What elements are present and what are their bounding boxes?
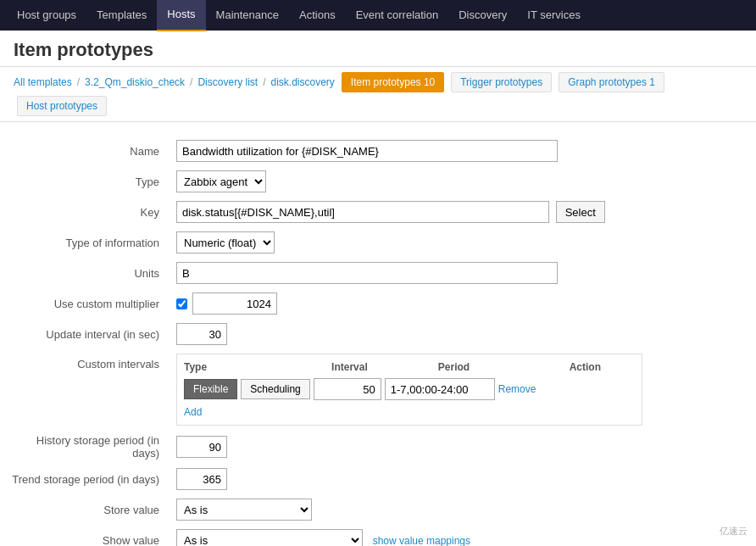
main-content: Name Type Zabbix agent Key Sele [0, 122, 756, 546]
custom-intervals-label: Custom intervals [0, 349, 170, 430]
type-info-row: Type of information Numeric (float) [0, 227, 756, 258]
key-row: Key Select [0, 197, 756, 227]
add-interval-link[interactable]: Add [184, 406, 202, 418]
period-value-input[interactable] [385, 378, 495, 400]
nav-event-correlation[interactable]: Event correlation [346, 0, 449, 31]
tab-trigger-prototypes[interactable]: Trigger prototypes [451, 72, 552, 92]
history-value-cell [170, 430, 756, 464]
name-value-cell [170, 136, 756, 166]
breadcrumb-row: All templates / 3.2_Qm_diskio_check / Di… [0, 67, 756, 122]
scheduling-button[interactable]: Scheduling [241, 379, 309, 399]
interval-row-1: Flexible Scheduling Remove [184, 378, 635, 400]
interval-header-action: Action [570, 361, 635, 373]
page-title: Item prototypes [0, 31, 756, 67]
logo: 亿速云 [720, 525, 748, 538]
breadcrumb-sep-1: / [77, 76, 80, 88]
interval-value-input[interactable] [314, 378, 381, 400]
trend-row: Trend storage period (in days) [0, 464, 756, 494]
interval-header-interval: Interval [331, 361, 438, 373]
custom-intervals-value-cell: Type Interval Period Action Flexible Sch… [170, 349, 756, 430]
nav-it-services[interactable]: IT services [517, 0, 591, 31]
nav-templates[interactable]: Templates [86, 0, 157, 31]
show-value-row: Show value As is show value mappings [0, 525, 756, 546]
tab-item-prototypes[interactable]: Item prototypes 10 [342, 72, 444, 92]
breadcrumb-sep-3: / [263, 76, 265, 88]
key-input[interactable] [176, 201, 549, 223]
store-value-label: Store value [0, 494, 170, 525]
tab-host-prototypes[interactable]: Host prototypes [17, 96, 107, 116]
show-value-label: Show value [0, 525, 170, 546]
type-row: Type Zabbix agent [0, 166, 756, 197]
interval-header-type: Type [184, 361, 331, 373]
units-input[interactable] [176, 262, 558, 284]
store-value-row: Store value As is [0, 494, 756, 525]
update-interval-row: Update interval (in sec) [0, 319, 756, 349]
breadcrumb-discovery-list[interactable]: Discovery list [197, 76, 258, 88]
key-value-cell: Select [170, 197, 756, 227]
breadcrumb-sep-2: / [190, 76, 192, 88]
update-interval-label: Update interval (in sec) [0, 319, 170, 349]
type-select[interactable]: Zabbix agent [176, 170, 266, 192]
nav-actions[interactable]: Actions [289, 0, 346, 31]
units-value-cell [170, 258, 756, 288]
nav-hosts[interactable]: Hosts [157, 0, 205, 31]
name-input[interactable] [176, 140, 558, 162]
interval-header-period: Period [438, 361, 570, 373]
flexible-button[interactable]: Flexible [184, 379, 237, 399]
multiplier-value-cell [170, 288, 756, 319]
store-value-select[interactable]: As is [176, 499, 312, 521]
add-interval-container: Add [184, 405, 635, 418]
history-label: History storage period (in days) [0, 430, 170, 464]
remove-interval-link[interactable]: Remove [498, 383, 536, 395]
nav-discovery[interactable]: Discovery [448, 0, 517, 31]
breadcrumb-template-name[interactable]: 3.2_Qm_diskio_check [85, 76, 185, 88]
form-table: Name Type Zabbix agent Key Sele [0, 136, 756, 546]
multiplier-label: Use custom multiplier [0, 288, 170, 319]
multiplier-checkbox[interactable] [176, 298, 187, 309]
breadcrumb-all-templates[interactable]: All templates [14, 76, 72, 88]
name-row: Name [0, 136, 756, 166]
multiplier-container [176, 292, 749, 315]
multiplier-row: Use custom multiplier [0, 288, 756, 319]
nav-maintenance[interactable]: Maintenance [206, 0, 289, 31]
units-row: Units [0, 258, 756, 288]
name-label: Name [0, 136, 170, 166]
multiplier-input[interactable] [192, 292, 277, 315]
type-label: Type [0, 166, 170, 197]
type-value-cell: Zabbix agent [170, 166, 756, 197]
type-info-value-cell: Numeric (float) [170, 227, 756, 258]
trend-input[interactable] [176, 468, 227, 490]
trend-label: Trend storage period (in days) [0, 464, 170, 494]
top-navigation: Host groups Templates Hosts Maintenance … [0, 0, 756, 31]
custom-intervals-row: Custom intervals Type Interval Period Ac… [0, 349, 756, 430]
trend-value-cell [170, 464, 756, 494]
nav-host-groups[interactable]: Host groups [7, 0, 86, 31]
breadcrumb-discovery-rule[interactable]: disk.discovery [270, 76, 334, 88]
history-row: History storage period (in days) [0, 430, 756, 464]
key-label: Key [0, 197, 170, 227]
type-info-select[interactable]: Numeric (float) [176, 231, 275, 254]
store-value-cell: As is [170, 494, 756, 525]
intervals-container: Type Interval Period Action Flexible Sch… [176, 354, 642, 426]
show-value-select[interactable]: As is [176, 529, 363, 546]
history-input[interactable] [176, 436, 227, 458]
interval-header: Type Interval Period Action [184, 361, 635, 373]
type-info-label: Type of information [0, 227, 170, 258]
units-label: Units [0, 258, 170, 288]
show-value-cell: As is show value mappings [170, 525, 756, 546]
update-interval-input[interactable] [176, 323, 227, 345]
tab-graph-prototypes[interactable]: Graph prototypes 1 [559, 72, 664, 92]
update-interval-value-cell [170, 319, 756, 349]
select-button[interactable]: Select [556, 201, 605, 223]
show-value-mapping-link[interactable]: show value mappings [373, 535, 470, 547]
